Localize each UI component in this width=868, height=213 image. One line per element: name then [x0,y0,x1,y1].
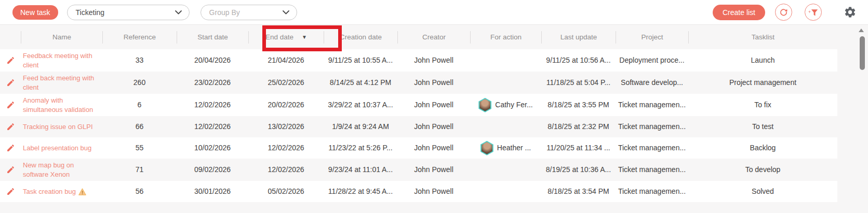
scrollbar-up-arrow[interactable] [859,29,864,32]
settings-gear-icon [844,6,857,19]
start-date-cell: 12/02/2026 [177,116,248,137]
project-cell: Ticket managemen... [616,94,688,116]
reference-cell: 33 [102,49,177,72]
for-action-user: Cathy Fer... [495,100,532,110]
edit-pencil-icon[interactable] [6,187,15,196]
reference-cell: 260 [102,72,177,94]
user-avatar [478,98,491,112]
edit-pencil-icon[interactable] [6,101,15,109]
creator-cell: John Powell [397,94,470,116]
edit-pencil-icon[interactable] [6,165,15,174]
add-filter-button[interactable]: + [805,4,822,21]
end-date-cell: 20/02/2026 [248,94,324,116]
ticketing-task-list-screen: New task Ticketing Group By Create list … [0,0,868,213]
creation-date-cell: 3/29/22 at 10:37 A... [324,94,397,116]
svg-text:+: + [808,9,811,15]
creation-date-cell: 9/11/25 at 10:55 A... [324,49,397,72]
for-action-cell: Cathy Fer... [470,94,541,116]
last-update-cell: 8/19/25 at 10:36 A... [541,159,616,181]
new-task-button[interactable]: New task [12,5,58,20]
chevron-down-icon [283,10,289,15]
edit-pencil-icon[interactable] [6,144,15,152]
start-date-cell: 09/02/2026 [177,159,248,181]
reference-cell: 6 [102,94,177,116]
start-date-cell: 20/04/2026 [177,49,248,72]
column-header-start-date[interactable]: Start date [177,31,248,44]
edit-pencil-icon[interactable] [6,56,15,65]
tasklist-cell: Launch [688,49,837,72]
refresh-icon [779,8,788,17]
end-date-cell: 12/02/2026 [248,159,324,181]
group-by-select[interactable]: Group By [201,5,297,20]
creator-cell: John Powell [397,116,470,137]
edit-pencil-icon[interactable] [6,78,15,87]
last-update-cell: 8/18/25 at 3:55 PM [541,94,616,116]
end-date-cell: 25/02/2026 [248,72,324,94]
creation-date-cell: 11/28/22 at 9:45 A... [324,181,397,202]
view-select[interactable]: Ticketing [67,5,190,20]
add-filter-icon: + [808,8,818,17]
task-name-link[interactable]: New map bug on software Xenon [23,161,99,179]
refresh-button[interactable] [775,4,792,21]
table-row: Task creation bug 56 30/01/2026 05/02/20… [0,181,837,202]
last-update-cell: 8/18/25 at 2:32 PM [541,116,616,137]
start-date-cell: 10/02/2026 [177,137,248,159]
settings-button[interactable] [843,6,857,19]
table-row: Label presentation bug 55 10/02/2026 12/… [0,137,837,159]
task-name-link[interactable]: Feed back meeting with client [23,74,99,92]
creator-cell: John Powell [397,49,470,72]
project-cell: Ticket managemen... [616,159,688,181]
tasklist-cell: To test [688,116,837,137]
table-row: Tracking issue on GLPI 66 12/02/2026 13/… [0,116,837,137]
for-action-user: Heather ... [497,143,531,153]
column-header-name[interactable]: Name [21,31,102,44]
toolbar: New task Ticketing Group By Create list … [0,0,868,25]
task-name-link[interactable]: Label presentation bug [23,144,91,153]
column-header-creation-date[interactable]: Creation date [324,31,397,44]
user-avatar [480,141,493,155]
creator-cell: John Powell [397,159,470,181]
group-by-placeholder: Group By [209,8,240,17]
reference-cell: 66 [102,116,177,137]
task-name-link[interactable]: Task creation bug [23,187,76,196]
task-name-link[interactable]: Tracking issue on GLPI [23,122,93,132]
tasklist-cell: Backlog [688,137,837,159]
table-body: Feedback meeting with client 33 20/04/20… [0,49,837,202]
scrollbar-thumb[interactable] [860,36,865,70]
edit-pencil-icon[interactable] [6,122,15,131]
table-row: Feedback meeting with client 33 20/04/20… [0,49,837,72]
project-cell: Ticket managemen... [616,137,688,159]
create-list-button[interactable]: Create list [713,5,765,20]
end-date-cell: 21/04/2026 [248,49,324,72]
task-name-link[interactable]: Anomaly with simultaneous validation [23,96,99,114]
sort-desc-icon[interactable]: ▼ [302,34,307,40]
chevron-down-icon [175,10,182,15]
tasklist-cell: Solved [688,181,837,202]
tasklist-cell: To fix [688,94,837,116]
start-date-cell: 12/02/2026 [177,94,248,116]
creation-date-cell: 11/23/22 at 5:26 P... [324,137,397,159]
column-header-reference[interactable]: Reference [102,31,177,44]
reference-cell: 55 [102,137,177,159]
reference-cell: 71 [102,159,177,181]
last-update-cell: 8/18/25 at 3:54 PM [541,181,616,202]
creation-date-cell: 8/14/25 at 4:12 PM [324,72,397,94]
project-cell: Ticket managemen... [616,181,688,202]
column-header-creator[interactable]: Creator [397,31,470,44]
creator-cell: John Powell [397,72,470,94]
creation-date-cell: 9/23/24 at 11:01 A... [324,159,397,181]
column-header-for-action[interactable]: For action [470,31,541,44]
table-row: Anomaly with simultaneous validation 6 1… [0,94,837,116]
column-header-end-date[interactable]: End date ▼ [248,31,324,44]
project-cell: Software develop... [616,72,688,94]
for-action-cell: Heather ... [470,137,541,159]
project-cell: Deployment proce... [616,49,688,72]
last-update-cell: 9/11/25 at 10:56 A... [541,49,616,72]
task-name-link[interactable]: Feedback meeting with client [23,51,99,69]
end-date-cell: 13/02/2026 [248,116,324,137]
for-action-cell [470,159,541,181]
last-update-cell: 11/18/25 at 5:04 P... [541,72,616,94]
column-header-project[interactable]: Project [616,31,688,44]
column-header-tasklist[interactable]: Tasklist [688,31,837,44]
column-header-last-update[interactable]: Last update [541,31,616,44]
